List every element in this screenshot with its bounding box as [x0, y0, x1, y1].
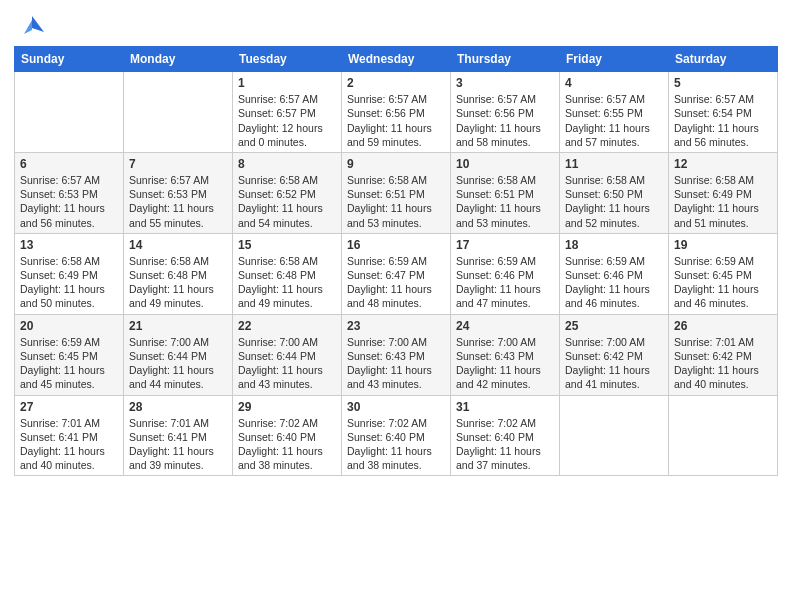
sunrise-text: Sunrise: 6:58 AM	[674, 173, 772, 187]
sunset-text: Sunset: 6:43 PM	[347, 349, 445, 363]
sunset-text: Sunset: 6:40 PM	[456, 430, 554, 444]
day-number: 12	[674, 156, 772, 172]
col-header-friday: Friday	[560, 47, 669, 72]
day-cell: 31Sunrise: 7:02 AMSunset: 6:40 PMDayligh…	[451, 395, 560, 476]
sunrise-text: Sunrise: 6:58 AM	[347, 173, 445, 187]
sunrise-text: Sunrise: 6:57 AM	[129, 173, 227, 187]
day-number: 15	[238, 237, 336, 253]
sunrise-text: Sunrise: 7:01 AM	[129, 416, 227, 430]
sunrise-text: Sunrise: 6:59 AM	[456, 254, 554, 268]
daylight-text: Daylight: 11 hours and 58 minutes.	[456, 121, 554, 149]
sunrise-text: Sunrise: 6:58 AM	[20, 254, 118, 268]
daylight-text: Daylight: 11 hours and 53 minutes.	[456, 201, 554, 229]
day-cell: 27Sunrise: 7:01 AMSunset: 6:41 PMDayligh…	[15, 395, 124, 476]
day-number: 30	[347, 399, 445, 415]
sunset-text: Sunset: 6:56 PM	[347, 106, 445, 120]
sunset-text: Sunset: 6:52 PM	[238, 187, 336, 201]
day-number: 28	[129, 399, 227, 415]
day-number: 31	[456, 399, 554, 415]
daylight-text: Daylight: 11 hours and 43 minutes.	[347, 363, 445, 391]
daylight-text: Daylight: 11 hours and 39 minutes.	[129, 444, 227, 472]
daylight-text: Daylight: 11 hours and 47 minutes.	[456, 282, 554, 310]
sunset-text: Sunset: 6:46 PM	[456, 268, 554, 282]
daylight-text: Daylight: 11 hours and 49 minutes.	[238, 282, 336, 310]
sunrise-text: Sunrise: 6:57 AM	[565, 92, 663, 106]
sunset-text: Sunset: 6:48 PM	[129, 268, 227, 282]
sunset-text: Sunset: 6:45 PM	[674, 268, 772, 282]
day-number: 27	[20, 399, 118, 415]
day-cell	[560, 395, 669, 476]
sunset-text: Sunset: 6:56 PM	[456, 106, 554, 120]
day-number: 26	[674, 318, 772, 334]
sunset-text: Sunset: 6:49 PM	[20, 268, 118, 282]
svg-marker-1	[24, 20, 32, 34]
calendar-table: SundayMondayTuesdayWednesdayThursdayFrid…	[14, 46, 778, 476]
day-cell: 1Sunrise: 6:57 AMSunset: 6:57 PMDaylight…	[233, 72, 342, 153]
daylight-text: Daylight: 11 hours and 45 minutes.	[20, 363, 118, 391]
day-cell: 8Sunrise: 6:58 AMSunset: 6:52 PMDaylight…	[233, 152, 342, 233]
week-row-4: 20Sunrise: 6:59 AMSunset: 6:45 PMDayligh…	[15, 314, 778, 395]
sunset-text: Sunset: 6:43 PM	[456, 349, 554, 363]
day-cell: 15Sunrise: 6:58 AMSunset: 6:48 PMDayligh…	[233, 233, 342, 314]
sunset-text: Sunset: 6:54 PM	[674, 106, 772, 120]
day-number: 10	[456, 156, 554, 172]
sunrise-text: Sunrise: 6:57 AM	[456, 92, 554, 106]
day-cell: 2Sunrise: 6:57 AMSunset: 6:56 PMDaylight…	[342, 72, 451, 153]
sunset-text: Sunset: 6:49 PM	[674, 187, 772, 201]
sunrise-text: Sunrise: 6:57 AM	[20, 173, 118, 187]
daylight-text: Daylight: 11 hours and 37 minutes.	[456, 444, 554, 472]
daylight-text: Daylight: 11 hours and 46 minutes.	[674, 282, 772, 310]
day-cell: 10Sunrise: 6:58 AMSunset: 6:51 PMDayligh…	[451, 152, 560, 233]
svg-marker-0	[32, 16, 44, 32]
daylight-text: Daylight: 11 hours and 48 minutes.	[347, 282, 445, 310]
day-cell: 30Sunrise: 7:02 AMSunset: 6:40 PMDayligh…	[342, 395, 451, 476]
sunrise-text: Sunrise: 6:58 AM	[238, 173, 336, 187]
day-cell: 20Sunrise: 6:59 AMSunset: 6:45 PMDayligh…	[15, 314, 124, 395]
daylight-text: Daylight: 11 hours and 43 minutes.	[238, 363, 336, 391]
sunrise-text: Sunrise: 6:58 AM	[565, 173, 663, 187]
sunset-text: Sunset: 6:47 PM	[347, 268, 445, 282]
day-number: 14	[129, 237, 227, 253]
day-cell: 6Sunrise: 6:57 AMSunset: 6:53 PMDaylight…	[15, 152, 124, 233]
logo-icon	[18, 12, 46, 40]
col-header-thursday: Thursday	[451, 47, 560, 72]
daylight-text: Daylight: 11 hours and 42 minutes.	[456, 363, 554, 391]
day-number: 11	[565, 156, 663, 172]
day-number: 13	[20, 237, 118, 253]
sunrise-text: Sunrise: 6:57 AM	[347, 92, 445, 106]
sunset-text: Sunset: 6:40 PM	[347, 430, 445, 444]
sunrise-text: Sunrise: 6:58 AM	[129, 254, 227, 268]
daylight-text: Daylight: 11 hours and 56 minutes.	[20, 201, 118, 229]
day-number: 16	[347, 237, 445, 253]
day-cell: 9Sunrise: 6:58 AMSunset: 6:51 PMDaylight…	[342, 152, 451, 233]
day-number: 23	[347, 318, 445, 334]
day-number: 21	[129, 318, 227, 334]
sunset-text: Sunset: 6:57 PM	[238, 106, 336, 120]
sunrise-text: Sunrise: 6:57 AM	[674, 92, 772, 106]
day-cell: 26Sunrise: 7:01 AMSunset: 6:42 PMDayligh…	[669, 314, 778, 395]
day-number: 24	[456, 318, 554, 334]
day-cell: 11Sunrise: 6:58 AMSunset: 6:50 PMDayligh…	[560, 152, 669, 233]
day-cell: 16Sunrise: 6:59 AMSunset: 6:47 PMDayligh…	[342, 233, 451, 314]
sunrise-text: Sunrise: 6:59 AM	[565, 254, 663, 268]
sunrise-text: Sunrise: 7:02 AM	[347, 416, 445, 430]
sunrise-text: Sunrise: 7:00 AM	[456, 335, 554, 349]
day-number: 20	[20, 318, 118, 334]
daylight-text: Daylight: 11 hours and 59 minutes.	[347, 121, 445, 149]
day-cell: 3Sunrise: 6:57 AMSunset: 6:56 PMDaylight…	[451, 72, 560, 153]
daylight-text: Daylight: 11 hours and 46 minutes.	[565, 282, 663, 310]
daylight-text: Daylight: 11 hours and 51 minutes.	[674, 201, 772, 229]
sunrise-text: Sunrise: 6:58 AM	[456, 173, 554, 187]
daylight-text: Daylight: 11 hours and 53 minutes.	[347, 201, 445, 229]
daylight-text: Daylight: 11 hours and 44 minutes.	[129, 363, 227, 391]
day-cell: 25Sunrise: 7:00 AMSunset: 6:42 PMDayligh…	[560, 314, 669, 395]
sunrise-text: Sunrise: 7:00 AM	[347, 335, 445, 349]
day-number: 17	[456, 237, 554, 253]
header-row: SundayMondayTuesdayWednesdayThursdayFrid…	[15, 47, 778, 72]
sunset-text: Sunset: 6:51 PM	[347, 187, 445, 201]
calendar-page: SundayMondayTuesdayWednesdayThursdayFrid…	[0, 0, 792, 612]
day-cell	[669, 395, 778, 476]
header	[14, 10, 778, 40]
day-number: 9	[347, 156, 445, 172]
day-cell: 18Sunrise: 6:59 AMSunset: 6:46 PMDayligh…	[560, 233, 669, 314]
